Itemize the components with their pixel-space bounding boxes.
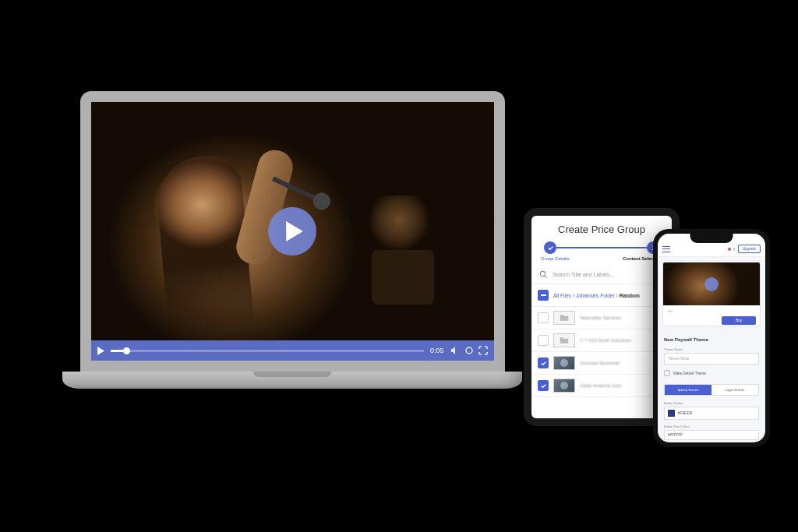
tab-splash[interactable]: Splash Screen bbox=[665, 385, 711, 395]
colour-input[interactable]: #FFFFFF bbox=[664, 430, 759, 440]
svg-point-2 bbox=[540, 271, 545, 276]
video-thumbnail bbox=[553, 356, 575, 370]
phone-mockup: Upgrade Title Buy New Paywall Theme Them… bbox=[653, 229, 770, 447]
step-1-label: Group Details bbox=[541, 256, 570, 261]
screen-tabs: Splash Screen Login Screen bbox=[664, 384, 759, 396]
button-colour-field: Button Colour #F9E330 bbox=[664, 401, 759, 420]
list-item[interactable]: Telecrafter Services bbox=[531, 307, 672, 329]
video-time: 0:05 bbox=[430, 347, 444, 354]
search-placeholder: Search Title and Labels... bbox=[553, 272, 614, 277]
settings-icon[interactable] bbox=[464, 346, 474, 355]
upgrade-button[interactable]: Upgrade bbox=[738, 245, 761, 253]
buy-button[interactable]: Buy bbox=[722, 316, 756, 325]
video-thumbnail bbox=[553, 379, 575, 393]
row-label: Telecrafter Services bbox=[580, 315, 621, 320]
tab-login[interactable]: Login Screen bbox=[711, 385, 758, 395]
search-input[interactable]: Search Title and Labels... bbox=[531, 266, 672, 284]
row-label: C T V13 North Suburban bbox=[580, 338, 631, 343]
row-checkbox[interactable] bbox=[538, 312, 549, 323]
video-preview-card: Title Buy bbox=[662, 262, 761, 326]
tablet-screen: Create Price Group 2 Group Details Conte… bbox=[531, 216, 672, 418]
section-title: New Paywall Theme bbox=[658, 331, 765, 345]
phone-screen: Upgrade Title Buy New Paywall Theme Them… bbox=[658, 234, 765, 442]
colour-input[interactable]: #F9E330 bbox=[664, 407, 759, 420]
hamburger-icon[interactable] bbox=[662, 246, 670, 252]
colour-value: #F9E330 bbox=[678, 411, 692, 415]
fullscreen-icon[interactable] bbox=[478, 346, 488, 355]
list-item[interactable]: Comcast Sportsnet bbox=[531, 352, 672, 375]
row-checkbox[interactable] bbox=[538, 358, 549, 368]
controls-play-icon[interactable] bbox=[97, 347, 104, 355]
list-item[interactable]: C T V13 North Suburban bbox=[531, 329, 672, 352]
field-label: Button Text Colour bbox=[664, 425, 759, 428]
page-title: Create Price Group bbox=[531, 216, 672, 241]
make-default-row[interactable]: Make Default Theme bbox=[664, 370, 759, 376]
make-default-checkbox[interactable] bbox=[664, 370, 670, 376]
step-connector bbox=[556, 247, 647, 248]
field-label: Button Colour bbox=[664, 401, 759, 405]
video-thumbnail[interactable] bbox=[663, 262, 760, 305]
button-text-colour-field: Button Text Colour #FFFFFF bbox=[664, 425, 759, 440]
list-item[interactable]: Cable America Corp bbox=[531, 375, 672, 397]
laptop-bezel: 0:05 bbox=[80, 91, 505, 372]
step-1-dot[interactable] bbox=[544, 241, 556, 254]
select-all-checkbox[interactable] bbox=[538, 290, 549, 301]
row-checkbox[interactable] bbox=[538, 380, 549, 391]
colour-swatch bbox=[668, 410, 675, 417]
theme-name-input[interactable]: Theme Name bbox=[664, 353, 759, 365]
check-icon bbox=[547, 245, 554, 252]
stepper: 2 bbox=[531, 241, 672, 254]
field-label: Theme Name bbox=[664, 347, 759, 351]
svg-point-0 bbox=[466, 347, 472, 354]
row-label: Comcast Sportsnet bbox=[580, 361, 620, 365]
colour-value: #FFFFFF bbox=[668, 433, 683, 437]
make-default-label: Make Default Theme bbox=[673, 372, 706, 375]
video-player[interactable]: 0:05 bbox=[91, 102, 494, 361]
row-label: Cable America Corp bbox=[580, 383, 622, 388]
laptop-base bbox=[62, 372, 522, 389]
play-button[interactable] bbox=[268, 207, 316, 255]
svg-line-3 bbox=[545, 276, 547, 278]
video-title: Title bbox=[667, 309, 756, 313]
row-checkbox[interactable] bbox=[538, 335, 549, 346]
search-icon bbox=[539, 270, 548, 279]
progress-bar[interactable] bbox=[111, 350, 424, 352]
volume-icon[interactable] bbox=[450, 346, 460, 355]
theme-name-field: Theme Name Theme Name bbox=[664, 347, 759, 365]
folder-icon bbox=[553, 333, 575, 347]
notification-badges[interactable] bbox=[728, 248, 736, 251]
play-icon bbox=[286, 221, 303, 241]
video-controls: 0:05 bbox=[91, 340, 494, 361]
laptop-mockup: 0:05 bbox=[62, 91, 522, 403]
phone-notch bbox=[690, 234, 733, 243]
breadcrumb-row: All Files › Johanna's Folder › Random bbox=[531, 284, 672, 307]
breadcrumb[interactable]: All Files › Johanna's Folder › Random bbox=[553, 293, 640, 298]
folder-icon bbox=[553, 311, 575, 325]
